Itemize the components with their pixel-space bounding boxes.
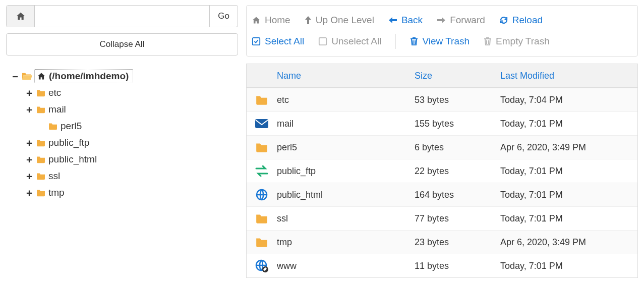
tree-item[interactable]: +public_html xyxy=(25,151,238,167)
tree-item-label: public_html xyxy=(48,154,97,165)
file-modified: Today, 7:04 PM xyxy=(500,95,631,105)
mail-icon xyxy=(247,119,277,129)
go-button[interactable]: Go xyxy=(209,6,238,27)
table-row[interactable]: ssl77 bytesToday, 7:01 PM xyxy=(247,206,637,230)
tree-item-label: tmp xyxy=(48,187,65,198)
svg-rect-1 xyxy=(319,38,326,45)
file-name: tmp xyxy=(277,237,415,248)
tree-root[interactable]: − (/home/imhdemo) xyxy=(11,68,238,84)
file-name: public_html xyxy=(277,190,415,200)
file-name: perl5 xyxy=(277,142,415,153)
tb-forward[interactable]: Forward xyxy=(437,15,485,26)
file-name: mail xyxy=(277,119,415,129)
folder-icon xyxy=(47,122,58,130)
home-icon-button[interactable] xyxy=(7,6,35,27)
folder-icon xyxy=(35,189,46,197)
table-row[interactable]: tmp23 bytesApr 6, 2020, 3:49 PM xyxy=(247,230,637,254)
file-modified: Today, 7:01 PM xyxy=(500,119,631,129)
tree-item-label: etc xyxy=(48,87,61,98)
tree-item[interactable]: +mail xyxy=(25,101,238,118)
toolbar-row-2: Select All Unselect All View Trash Empty… xyxy=(252,31,632,52)
folder-icon xyxy=(247,213,277,224)
file-table: Name Size Last Modified etc53 bytesToday… xyxy=(246,64,638,278)
globe-link-icon xyxy=(247,259,277,273)
tree-toggle[interactable]: + xyxy=(25,187,33,198)
tree-toggle[interactable]: + xyxy=(25,137,33,148)
reload-icon xyxy=(499,16,508,25)
tb-up-one-level[interactable]: Up One Level xyxy=(305,15,374,26)
file-size: 6 bytes xyxy=(415,142,500,153)
file-size: 11 bytes xyxy=(415,261,500,271)
folder-icon xyxy=(247,94,277,105)
transfer-icon xyxy=(247,165,277,177)
trash-icon xyxy=(484,37,492,46)
home-icon xyxy=(252,16,261,24)
tree-root-label: (/home/imhdemo) xyxy=(34,69,133,83)
file-size: 164 bytes xyxy=(415,190,500,200)
tb-home[interactable]: Home xyxy=(252,15,290,26)
col-modified[interactable]: Last Modified xyxy=(500,71,631,81)
svg-rect-2 xyxy=(255,119,268,128)
tb-back[interactable]: Back xyxy=(388,15,423,26)
tb-select-all[interactable]: Select All xyxy=(252,36,304,47)
folder-icon xyxy=(35,155,46,163)
folder-icon xyxy=(35,105,46,114)
file-modified: Today, 7:01 PM xyxy=(500,261,631,271)
tree-toggle-minus[interactable]: − xyxy=(11,71,19,82)
trash-icon xyxy=(410,37,418,46)
folder-icon xyxy=(35,172,46,180)
file-modified: Today, 7:01 PM xyxy=(500,213,631,224)
file-name: public_ftp xyxy=(277,166,415,177)
file-table-header: Name Size Last Modified xyxy=(247,64,637,88)
toolbar: Home Up One Level Back Forward Reload xyxy=(246,5,638,57)
file-size: 77 bytes xyxy=(415,213,500,224)
tree-item-label: public_ftp xyxy=(48,137,89,148)
globe-icon xyxy=(247,188,277,201)
arrow-left-icon xyxy=(388,17,397,24)
tree-item[interactable]: +ssl xyxy=(25,167,238,184)
toolbar-separator xyxy=(395,34,396,49)
path-input[interactable] xyxy=(35,6,209,27)
table-row[interactable]: public_html164 bytesToday, 7:01 PM xyxy=(247,183,637,206)
tb-unselect-all: Unselect All xyxy=(318,36,381,47)
arrow-right-icon xyxy=(437,17,446,24)
folder-icon xyxy=(35,139,46,147)
tree-item[interactable]: +public_ftp xyxy=(25,134,238,151)
tree-toggle[interactable]: + xyxy=(25,87,33,98)
tree-toggle[interactable]: + xyxy=(25,171,33,182)
table-row[interactable]: perl56 bytesApr 6, 2020, 3:49 PM xyxy=(247,135,637,159)
tree-item[interactable]: +etc xyxy=(25,84,238,101)
tree-item-label: mail xyxy=(48,104,66,115)
tree-item[interactable]: perl5 xyxy=(25,118,238,134)
table-row[interactable]: www11 bytesToday, 7:01 PM xyxy=(247,254,637,277)
file-name: www xyxy=(277,261,415,271)
tree-item[interactable]: +tmp xyxy=(25,184,238,201)
table-row[interactable]: etc53 bytesToday, 7:04 PM xyxy=(247,88,637,111)
arrow-up-icon xyxy=(305,16,312,25)
svg-rect-0 xyxy=(253,38,260,45)
home-icon xyxy=(16,12,26,21)
sidebar: Go Collapse All − (/home/imhdemo) +etc+m… xyxy=(6,5,238,276)
tb-empty-trash: Empty Trash xyxy=(484,36,550,47)
folder-icon xyxy=(247,142,277,153)
tree-item-label: ssl xyxy=(48,171,60,182)
tree-toggle[interactable]: + xyxy=(25,154,33,165)
table-row[interactable]: mail155 bytesToday, 7:01 PM xyxy=(247,111,637,135)
table-row[interactable]: public_ftp22 bytesToday, 7:01 PM xyxy=(247,159,637,183)
collapse-all-button[interactable]: Collapse All xyxy=(6,33,238,55)
toolbar-row-1: Home Up One Level Back Forward Reload xyxy=(252,10,632,31)
col-name[interactable]: Name xyxy=(277,71,415,81)
tree-toggle[interactable]: + xyxy=(25,104,33,115)
file-size: 155 bytes xyxy=(415,119,500,129)
col-size[interactable]: Size xyxy=(415,71,500,81)
tb-view-trash[interactable]: View Trash xyxy=(410,36,470,47)
tb-reload[interactable]: Reload xyxy=(499,15,543,26)
folder-tree: − (/home/imhdemo) +etc+mailperl5+public_… xyxy=(6,68,238,201)
file-size: 53 bytes xyxy=(415,95,500,105)
file-name: etc xyxy=(277,95,415,105)
empty-square-icon xyxy=(318,37,327,46)
file-size: 23 bytes xyxy=(415,237,500,248)
folder-icon xyxy=(35,89,46,97)
home-icon xyxy=(37,72,46,80)
file-modified: Apr 6, 2020, 3:49 PM xyxy=(500,142,631,153)
